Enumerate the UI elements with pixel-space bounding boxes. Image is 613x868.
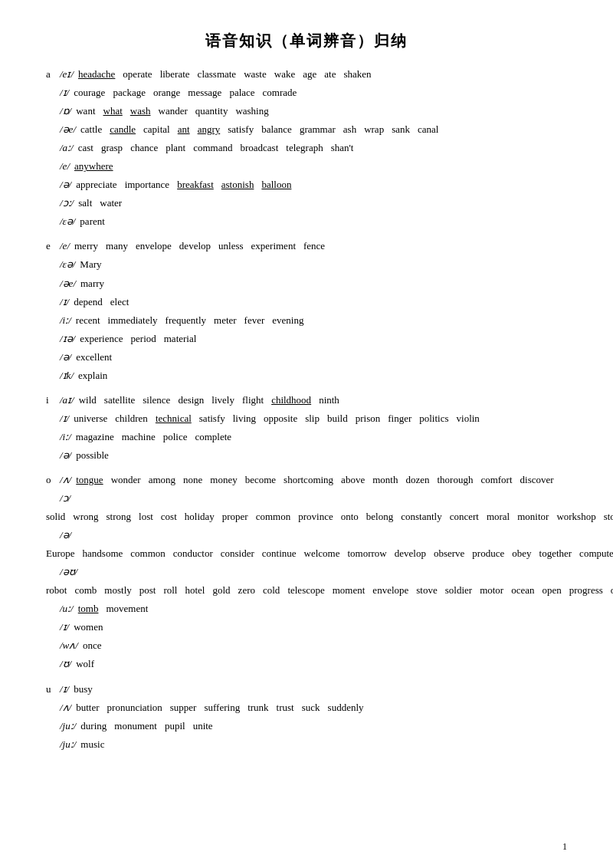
phoneme-row: /ɪk/ explain [46, 367, 567, 385]
word: constantly [401, 511, 441, 522]
word: women [74, 621, 103, 633]
phoneme-row: /εə/ Mary [46, 255, 567, 274]
word-list: marry [80, 275, 104, 293]
word: comfort [480, 474, 512, 485]
word: hotel [185, 584, 205, 596]
phoneme-symbol: /ɪ/ [60, 293, 69, 311]
section-a: a/eɪ/ headacheoperateliberateclassmatewa… [46, 65, 567, 231]
word: merry [74, 240, 98, 252]
section-letter: o [46, 471, 57, 489]
word: chance [130, 142, 158, 153]
phoneme-symbol: /ə/ [60, 176, 71, 194]
phoneme-row: /ɪ/ dependelect [46, 293, 567, 311]
word: moral [487, 511, 510, 522]
phoneme-symbol: /wʌ/ [60, 636, 78, 655]
word: washing [235, 105, 268, 117]
word-list: experienceperiodmaterial [80, 330, 196, 348]
word: children [115, 413, 148, 424]
phoneme-row: /əe/ marry [46, 275, 567, 293]
word: welcome [304, 547, 340, 559]
word: suddenly [328, 702, 364, 713]
word-list: possible [76, 446, 109, 465]
word: frequently [166, 314, 206, 326]
phoneme-row: /ɒ/ wantwhatwashwanderquantitywashing [46, 102, 567, 120]
word: satellite [104, 394, 135, 406]
word: consider [221, 547, 254, 559]
phoneme-row: u/ɪ/ busy [46, 680, 567, 699]
phoneme-symbol: /juː/ [60, 735, 76, 754]
phoneme-row: /ə/ Europehandsomecommonconductorconside… [46, 526, 567, 563]
word: mostly [104, 584, 131, 596]
word-list: solidwrongstronglostcostholidaypropercom… [46, 508, 613, 526]
phoneme-row: /ɪ/ women [46, 618, 567, 636]
word: ant [178, 123, 190, 135]
word: shaken [343, 68, 371, 80]
word: motor [480, 584, 503, 596]
word: soldier [445, 584, 472, 596]
word-list: anywhere [74, 157, 113, 176]
word: operate [123, 68, 152, 80]
phoneme-symbol: /ɔ/ [60, 489, 70, 508]
section-letter: u [46, 680, 57, 699]
word: continue [262, 547, 297, 559]
phoneme-symbol: /aɪ/ [60, 391, 74, 409]
phoneme-row: /juː/ music [46, 735, 567, 754]
phoneme-row: /ə/ excellent [46, 348, 567, 367]
phoneme-symbol: /ɒ/ [60, 102, 71, 120]
phoneme-symbol: /ɔː/ [60, 194, 74, 212]
word: living [233, 413, 256, 424]
word: solid [46, 511, 65, 522]
word: depend [74, 296, 103, 307]
word: trust [277, 702, 294, 713]
word: open [543, 584, 562, 596]
phoneme-symbol: /juː/ [60, 717, 76, 735]
word: ocean [511, 584, 534, 596]
section-u: u/ɪ/ busy /ʌ/ butterpronunciationsuppers… [46, 680, 567, 754]
word: excellent [76, 351, 112, 363]
word: ate [324, 68, 336, 80]
word: prison [356, 413, 381, 424]
word: progress [569, 584, 603, 596]
word: experience [80, 333, 123, 344]
page-number: 1 [562, 841, 567, 853]
word-list: excellent [76, 348, 112, 367]
word: appreciate [76, 179, 116, 190]
word: opposite [264, 413, 297, 424]
word: cast [78, 142, 93, 153]
word-list: universechildrentechnicalsatisfylivingop… [74, 409, 480, 428]
word: sank [392, 123, 410, 135]
word: parent [80, 215, 104, 227]
phoneme-symbol: /ɪ/ [60, 618, 69, 636]
word: province [298, 511, 333, 522]
word: shan't [331, 142, 354, 153]
word: lost [139, 511, 153, 522]
word: machine [122, 431, 156, 442]
word: ash [343, 123, 356, 135]
word: observe [434, 547, 464, 559]
word-list: Europehandsomecommonconductorconsidercon… [46, 544, 613, 563]
phoneme-symbol: /ɪ/ [60, 680, 69, 699]
section-e: e/e/ merrymanyenvelopedevelopunlessexper… [46, 237, 567, 384]
phoneme-row: /uː/ tombmovement [46, 600, 567, 618]
word: evening [272, 314, 303, 326]
word: period [131, 333, 156, 344]
word: liberate [160, 68, 190, 80]
word: strong [107, 511, 132, 522]
phoneme-row: /wʌ/ once [46, 636, 567, 655]
word: headache [78, 68, 115, 80]
section-letter: e [46, 237, 57, 255]
word: lively [211, 394, 234, 406]
word: holiday [185, 511, 215, 522]
word: tomorrow [347, 547, 386, 559]
word: want [76, 105, 95, 117]
phoneme-row: /ə/ possible [46, 446, 567, 465]
word-list: tombmovement [78, 600, 149, 618]
phoneme-row: /ʌ/ butterpronunciationsuppersufferingtr… [46, 699, 567, 717]
word: none [183, 474, 202, 485]
word: roll [163, 584, 177, 596]
word-list: appreciateimportancebreakfastastonishbal… [76, 176, 291, 194]
main-content: a/eɪ/ headacheoperateliberateclassmatewa… [46, 65, 567, 760]
word: satisfy [199, 413, 225, 424]
phoneme-row: /əe/ cattlecandlecapitalantangrysatisfyb… [46, 120, 567, 139]
word-list: wolf [76, 655, 94, 673]
